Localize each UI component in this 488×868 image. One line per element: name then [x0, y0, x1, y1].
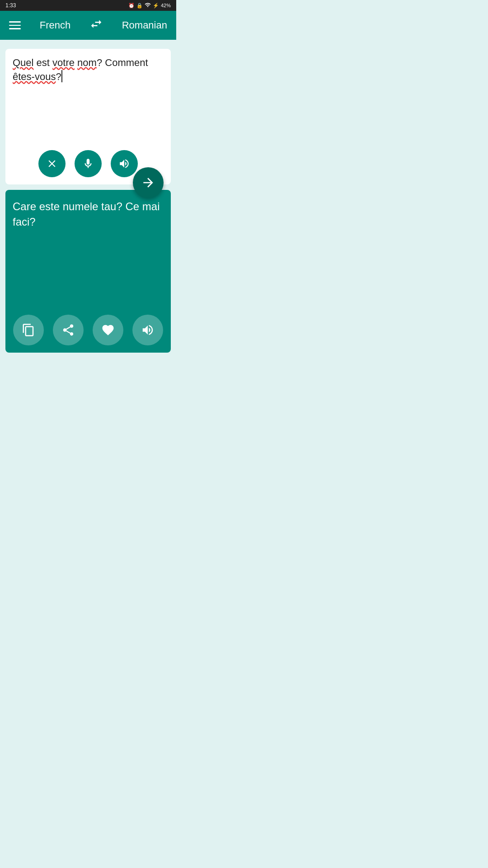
speak-source-button[interactable]	[111, 150, 138, 177]
battery-level: 42%	[161, 3, 171, 8]
divider	[0, 40, 176, 43]
clear-button[interactable]	[38, 150, 66, 177]
menu-button[interactable]	[9, 21, 21, 29]
status-bar: 1:33 ⏰ 🔒 ⚡ 42%	[0, 0, 176, 11]
output-actions	[13, 315, 164, 345]
alarm-icon: ⏰	[128, 3, 135, 9]
source-word-quel: Quel	[13, 57, 33, 68]
translated-text-display: Care este numele tau? Ce mai faci?	[13, 199, 164, 309]
charging-icon: ⚡	[153, 3, 159, 9]
main-content: Quel est votre nom? Comment êtes-vous?	[0, 43, 176, 358]
toolbar: French Romanian	[0, 11, 176, 40]
status-time: 1:33	[5, 2, 16, 9]
microphone-button[interactable]	[75, 150, 102, 177]
sim-icon: 🔒	[136, 3, 143, 9]
target-language-selector[interactable]: Romanian	[122, 19, 167, 31]
output-panel: Care este numele tau? Ce mai faci?	[5, 190, 171, 353]
signal-icon	[145, 2, 151, 9]
source-text-display[interactable]: Quel est votre nom? Comment êtes-vous?	[13, 56, 164, 145]
status-right: ⏰ 🔒 ⚡ 42%	[128, 2, 171, 9]
source-word-etes-vous: êtes-vous	[13, 71, 56, 82]
copy-button[interactable]	[13, 315, 44, 345]
speak-translation-button[interactable]	[132, 315, 163, 345]
translate-button[interactable]	[133, 167, 164, 198]
share-button[interactable]	[53, 315, 84, 345]
favorite-button[interactable]	[93, 315, 123, 345]
source-language-selector[interactable]: French	[40, 19, 70, 31]
input-panel: Quel est votre nom? Comment êtes-vous?	[5, 49, 171, 184]
text-cursor	[61, 70, 62, 82]
source-word-nom: nom	[77, 57, 97, 68]
source-word-votre: votre	[52, 57, 75, 68]
swap-languages-button[interactable]	[89, 17, 103, 34]
